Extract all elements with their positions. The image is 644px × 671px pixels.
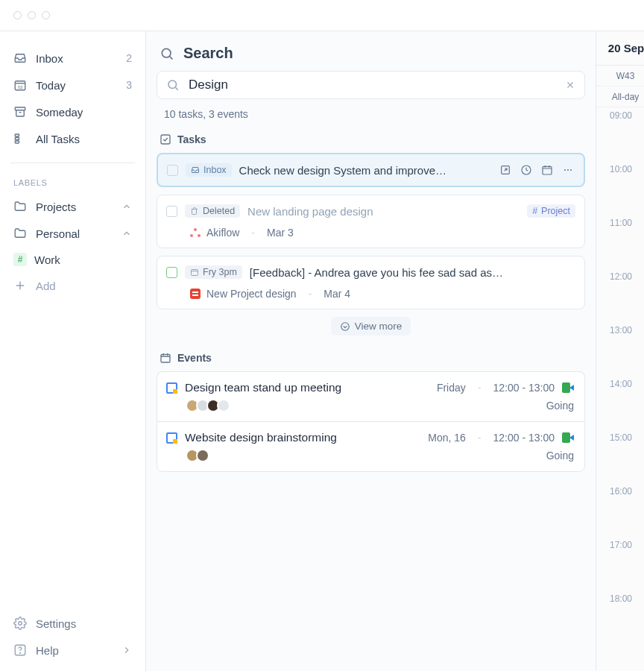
traffic-light-close[interactable] — [13, 11, 22, 19]
gear-icon — [13, 617, 27, 630]
svg-rect-3 — [15, 134, 19, 136]
folder-icon — [13, 200, 27, 213]
clear-search-button[interactable] — [565, 80, 575, 90]
sidebar: Inbox 2 02 Today 3 Someday All Tasks LAB… — [0, 31, 146, 671]
sidebar-item-settings[interactable]: Settings — [7, 610, 138, 637]
chevron-down-circle-icon — [340, 321, 350, 332]
svg-point-19 — [341, 322, 349, 330]
sidebar-item-label: Help — [36, 644, 59, 657]
separator: - — [473, 382, 486, 394]
sidebar-item-someday[interactable]: Someday — [7, 98, 138, 125]
project-chip: # Project — [527, 204, 575, 218]
sidebar-item-inbox[interactable]: Inbox 2 — [7, 45, 138, 72]
hash-chip-icon: # — [13, 253, 27, 266]
archive-icon — [13, 105, 27, 119]
search-icon — [160, 46, 174, 61]
open-external-button[interactable] — [499, 163, 512, 177]
separator: - — [473, 432, 486, 444]
sidebar-item-help[interactable]: Help — [7, 637, 138, 664]
calendar-hour-slot[interactable]: 16:00 — [596, 483, 644, 537]
task-row[interactable]: Inbox Check new design System and improv… — [157, 153, 585, 187]
calendar-hour-slot[interactable]: 17:00 — [596, 537, 644, 590]
svg-rect-20 — [161, 354, 170, 362]
window-titlebar — [0, 0, 644, 31]
sidebar-item-personal[interactable]: Personal — [7, 220, 138, 247]
inbox-icon — [191, 166, 200, 174]
avatar — [196, 449, 209, 462]
calendar-hour-slot[interactable]: 11:00 — [596, 215, 644, 268]
sidebar-item-alltasks[interactable]: All Tasks — [7, 125, 138, 152]
chip-label: Deleted — [203, 206, 235, 216]
date-button[interactable] — [540, 163, 554, 177]
svg-point-6 — [19, 622, 22, 626]
view-more-button[interactable]: View more — [331, 317, 411, 336]
task-title: New landing page design — [247, 205, 520, 218]
event-time: 12:00 - 13:00 — [493, 382, 555, 394]
task-source: New Project design — [190, 288, 297, 300]
attendee-avatars — [186, 449, 206, 462]
sidebar-item-label: Settings — [36, 617, 76, 630]
task-source: Akiflow — [190, 227, 239, 239]
search-box[interactable] — [157, 71, 585, 99]
close-icon — [565, 80, 575, 90]
folder-icon — [13, 227, 27, 240]
calendar-hour-slot[interactable]: 15:00 — [596, 429, 644, 483]
schedule-button[interactable] — [520, 163, 533, 177]
task-chip: Inbox — [186, 163, 232, 177]
calendar-hour-slot[interactable]: 12:00 — [596, 268, 644, 322]
traffic-light-minimize[interactable] — [28, 11, 36, 19]
page-title: Search — [183, 45, 233, 62]
google-meet-icon — [562, 382, 574, 393]
svg-text:02: 02 — [18, 85, 23, 89]
task-row[interactable]: Deleted New landing page design # Projec… — [157, 195, 585, 248]
google-calendar-icon — [166, 432, 177, 444]
calendar-icon — [190, 268, 199, 277]
search-input[interactable] — [189, 78, 556, 92]
traffic-light-zoom[interactable] — [42, 11, 50, 19]
svg-rect-4 — [15, 138, 19, 140]
google-meet-icon — [562, 432, 574, 443]
sidebar-item-label: Someday — [36, 106, 83, 119]
sidebar-item-label: Work — [34, 253, 60, 266]
calendar-hour-slot[interactable]: 09:00 — [596, 107, 644, 161]
sidebar-label-work[interactable]: # Work — [7, 247, 138, 272]
event-row[interactable]: Design team stand up meeting Friday - 12… — [157, 371, 585, 421]
task-checkbox[interactable] — [166, 206, 177, 217]
inbox-count: 2 — [126, 52, 132, 64]
task-checkbox[interactable] — [166, 267, 177, 278]
event-title: Website design brainstorming — [185, 431, 420, 444]
event-day: Mon, 16 — [428, 432, 466, 444]
sidebar-item-label: All Tasks — [36, 133, 80, 145]
task-row[interactable]: Fry 3pm [Feedback] - Andrea gave you his… — [157, 256, 585, 309]
source-label: Akiflow — [206, 227, 239, 239]
task-title: [Feedback] - Andrea gave you his fee sad… — [250, 266, 575, 279]
event-title: Design team stand up meeting — [185, 381, 429, 394]
calendar-hour-slot[interactable]: 14:00 — [596, 376, 644, 429]
separator: - — [304, 288, 317, 300]
results-meta: 10 tasks, 3 events — [157, 99, 585, 130]
sidebar-add-button[interactable]: Add — [7, 272, 138, 299]
svg-point-8 — [20, 652, 21, 653]
sidebar-item-label: Add — [36, 280, 56, 292]
event-row[interactable]: Website design brainstorming Mon, 16 - 1… — [157, 421, 585, 472]
task-checkbox[interactable] — [167, 165, 178, 176]
calendar-hour-slot[interactable]: 10:00 — [596, 161, 644, 215]
hash-icon: # — [532, 206, 537, 216]
calendar-hour-slot[interactable]: 18:00 — [596, 590, 644, 644]
trash-icon — [190, 207, 199, 215]
calendar-hour-slot[interactable]: 13:00 — [596, 322, 644, 376]
sidebar-item-projects[interactable]: Projects — [7, 193, 138, 220]
list-icon — [13, 132, 27, 145]
event-day: Friday — [437, 382, 466, 394]
task-title: Check new design System and improve… — [239, 164, 491, 177]
svg-rect-11 — [161, 135, 170, 144]
sidebar-item-label: Personal — [36, 227, 80, 240]
sidebar-labels-heading: LABELS — [7, 174, 138, 193]
todoist-icon — [190, 289, 201, 299]
rsvp-status: Going — [546, 450, 574, 461]
events-list: Design team stand up meeting Friday - 12… — [157, 371, 585, 472]
sidebar-item-today[interactable]: 02 Today 3 — [7, 72, 138, 98]
more-button[interactable] — [561, 163, 575, 177]
sidebar-item-label: Inbox — [36, 52, 63, 65]
event-time: 12:00 - 13:00 — [493, 432, 555, 444]
